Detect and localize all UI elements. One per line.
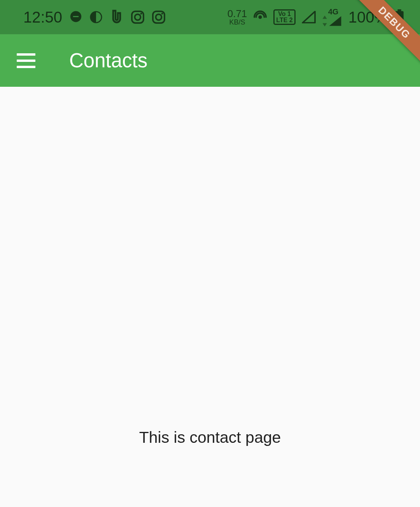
svg-point-9 (259, 16, 262, 19)
volte-top: Vo 1 (276, 11, 292, 17)
status-time: 12:50 (23, 9, 62, 26)
magnet-icon (110, 9, 124, 25)
svg-point-8 (161, 13, 163, 15)
instagram-icon (131, 10, 145, 24)
menu-button[interactable] (17, 53, 35, 68)
network-speed-value: 0.71 (228, 9, 247, 19)
app-bar: Contacts (0, 34, 420, 87)
status-bar: 12:50 0.71 KB/S Vo 1 LTE 2 (0, 0, 420, 34)
svg-point-4 (135, 14, 141, 20)
page-title: Contacts (69, 49, 147, 72)
signal-4g-group: 4G (322, 8, 342, 26)
contrast-icon (89, 11, 103, 24)
content-area: This is contact page (0, 87, 420, 507)
network-speed: 0.71 KB/S (228, 9, 247, 26)
data-arrows-icon (322, 16, 327, 26)
chat-icon (69, 11, 82, 24)
svg-point-5 (140, 13, 142, 15)
hamburger-icon (17, 66, 35, 68)
status-bar-left: 12:50 (23, 9, 166, 26)
volte-indicator: Vo 1 LTE 2 (273, 9, 295, 25)
signal-full-icon (328, 16, 342, 26)
hamburger-icon (17, 60, 35, 62)
svg-point-7 (156, 14, 162, 20)
volte-bottom: LTE 2 (276, 17, 292, 23)
hotspot-icon (253, 10, 267, 24)
instagram-icon (152, 10, 166, 24)
fourg-label: 4G (328, 8, 339, 16)
hamburger-icon (17, 53, 35, 56)
signal-icon (302, 11, 316, 23)
svg-rect-10 (397, 9, 401, 11)
content-text: This is contact page (139, 428, 281, 447)
svg-rect-1 (73, 16, 79, 17)
network-speed-unit: KB/S (229, 19, 245, 26)
